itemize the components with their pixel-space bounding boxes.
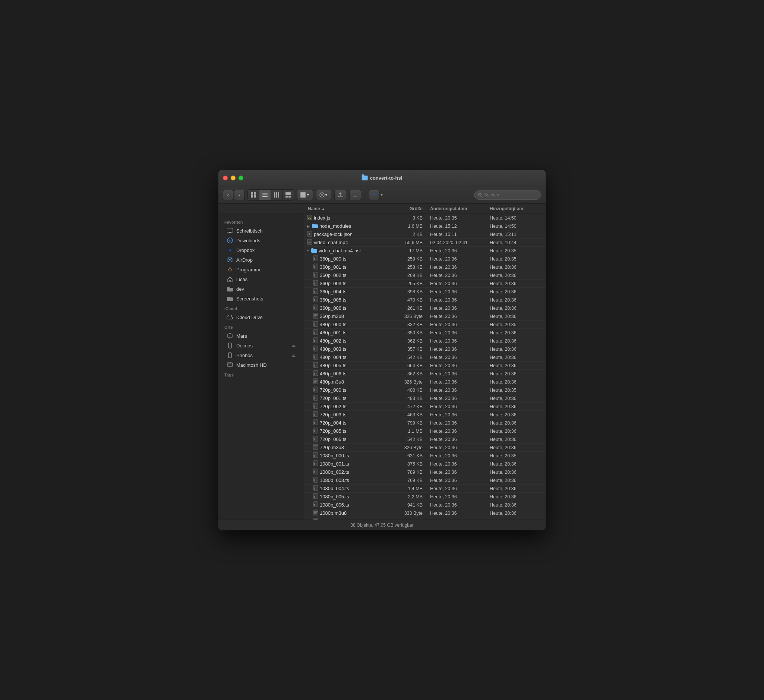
table-row[interactable]: 360p_003.ts 265 KB Heute, 20:36 Heute, 2… — [304, 280, 546, 288]
table-row[interactable]: 1080p_001.ts 875 KB Heute, 20:36 Heute, … — [304, 460, 546, 468]
table-row[interactable]: 1080p_004.ts 1,4 MB Heute, 20:36 Heute, … — [304, 485, 546, 493]
action-button[interactable]: ▼ — [316, 190, 331, 200]
table-row[interactable]: 1080p_000.ts 631 KB Heute, 20:36 Heute, … — [304, 452, 546, 460]
sidebar-item-dev[interactable]: dev — [221, 284, 302, 294]
sidebar-item-schreibtisch[interactable]: Schreibtisch — [221, 226, 302, 236]
view-cover-button[interactable] — [282, 190, 294, 200]
table-row[interactable]: 480p_004.ts 542 KB Heute, 20:36 Heute, 2… — [304, 353, 546, 362]
table-row[interactable]: 480p_003.ts 357 KB Heute, 20:36 Heute, 2… — [304, 345, 546, 353]
table-row[interactable]: 480p_005.ts 664 KB Heute, 20:36 Heute, 2… — [304, 362, 546, 370]
search-box[interactable] — [474, 190, 541, 200]
table-row[interactable]: mp4 video_chat.mp4 50,6 MB 02.04.2020, 0… — [304, 238, 546, 247]
dropbox-button[interactable]: ✦ — [369, 190, 379, 200]
sidebar-item-phobos[interactable]: Phobos ⏏ — [221, 350, 302, 360]
deimos-eject-icon[interactable]: ⏏ — [292, 343, 296, 348]
sidebar-item-dropbox[interactable]: ✦ Dropbox — [221, 245, 302, 255]
file-size: 664 KB — [389, 363, 426, 368]
table-row[interactable]: 720p_000.ts 400 KB Heute, 20:36 Heute, 2… — [304, 386, 546, 395]
view-group-button[interactable]: ▼ — [297, 190, 313, 200]
sidebar-item-macintosh-hd[interactable]: Macintosh HD — [221, 360, 302, 370]
table-row[interactable]: ▾ video_chat.mp4-hsl 17 MB Heute, 20:36 … — [304, 247, 546, 255]
svg-point-30 — [230, 357, 230, 357]
sidebar-item-lucas[interactable]: lucas — [221, 274, 302, 284]
sidebar-item-airdrop[interactable]: AirDrop — [221, 255, 302, 265]
file-name-cell: 360p_005.ts — [304, 296, 389, 304]
table-row[interactable]: ▶ node_modules 1,6 MB Heute, 15:12 Heute… — [304, 222, 546, 230]
share-button[interactable] — [334, 190, 346, 200]
table-row[interactable]: 720p_003.ts 463 KB Heute, 20:36 Heute, 2… — [304, 411, 546, 419]
sidebar-item-screenshots[interactable]: Screenshots — [221, 294, 302, 304]
file-added: Heute, 20:35 — [486, 453, 546, 459]
ts-file-icon — [313, 296, 318, 302]
table-row[interactable]: JS index.js 3 KB Heute, 20:35 Heute, 14:… — [304, 214, 546, 222]
edit-button[interactable] — [349, 190, 361, 200]
phobos-eject-icon[interactable]: ⏏ — [292, 353, 296, 358]
file-type-icon — [313, 321, 318, 328]
sidebar-item-deimos[interactable]: Deimos ⏏ — [221, 341, 302, 350]
sidebar-item-programme[interactable]: Programme — [221, 265, 302, 274]
file-name-cell: 720p.m3u8 — [304, 444, 389, 451]
view-icon-button[interactable] — [248, 190, 259, 200]
sidebar-item-downloads[interactable]: Downloads — [221, 236, 302, 245]
search-input[interactable] — [484, 192, 537, 197]
table-row[interactable]: 720p_005.ts 1,1 MB Heute, 20:36 Heute, 2… — [304, 427, 546, 435]
table-row[interactable]: 480p_000.ts 332 KB Heute, 20:36 Heute, 2… — [304, 321, 546, 329]
expand-triangle[interactable]: ▶ — [307, 224, 310, 228]
table-row[interactable]: 1080p_006.ts 941 KB Heute, 20:36 Heute, … — [304, 501, 546, 509]
programme-label: Programme — [236, 267, 261, 272]
col-header-size[interactable]: Größe — [389, 206, 426, 211]
file-size: 326 Byte — [389, 445, 426, 450]
file-added: Heute, 20:35 — [486, 519, 546, 520]
table-row[interactable]: 360p.m3u8 326 Byte Heute, 20:36 Heute, 2… — [304, 312, 546, 321]
table-row[interactable]: 720p.m3u8 326 Byte Heute, 20:36 Heute, 2… — [304, 443, 546, 452]
table-row[interactable]: 1080p_003.ts 769 KB Heute, 20:36 Heute, … — [304, 476, 546, 485]
m3u8-file-icon — [313, 444, 318, 450]
json-file-icon: {} — [307, 231, 312, 237]
places-section-label: Orte — [218, 322, 304, 331]
table-row[interactable]: 480p_002.ts 362 KB Heute, 20:36 Heute, 2… — [304, 337, 546, 345]
table-row[interactable]: 360p_006.ts 261 KB Heute, 20:36 Heute, 2… — [304, 304, 546, 312]
table-row[interactable]: 360p_004.ts 398 KB Heute, 20:36 Heute, 2… — [304, 288, 546, 296]
file-name: 1080p_005.ts — [320, 494, 349, 500]
file-type-icon — [313, 419, 318, 426]
table-row[interactable]: 1080p_005.ts 2,2 MB Heute, 20:36 Heute, … — [304, 493, 546, 501]
back-button[interactable]: ‹ — [223, 190, 233, 200]
table-row[interactable]: 720p_002.ts 472 KB Heute, 20:36 Heute, 2… — [304, 402, 546, 411]
close-button[interactable] — [223, 175, 228, 180]
col-header-name[interactable]: Name ▲ — [304, 206, 389, 211]
collapse-triangle[interactable]: ▾ — [307, 249, 309, 253]
maximize-button[interactable] — [238, 175, 243, 180]
file-added: Heute, 20:35 — [486, 257, 546, 262]
table-row[interactable]: playlist.m3u8 287 Byte Heute, 20:35 Heut… — [304, 517, 546, 520]
table-row[interactable]: 480p_006.ts 362 KB Heute, 20:36 Heute, 2… — [304, 370, 546, 378]
table-row[interactable]: 720p_006.ts 542 KB Heute, 20:36 Heute, 2… — [304, 435, 546, 443]
table-row[interactable]: 360p_002.ts 269 KB Heute, 20:36 Heute, 2… — [304, 271, 546, 280]
table-row[interactable]: 360p_001.ts 258 KB Heute, 20:36 Heute, 2… — [304, 263, 546, 271]
file-list: JS index.js 3 KB Heute, 20:35 Heute, 14:… — [304, 214, 546, 520]
svg-rect-9 — [278, 192, 279, 197]
table-row[interactable]: {} package-lock.json 2 KB Heute, 15:11 H… — [304, 230, 546, 238]
table-row[interactable]: 360p_005.ts 470 KB Heute, 20:36 Heute, 2… — [304, 296, 546, 304]
table-row[interactable]: 720p_001.ts 483 KB Heute, 20:36 Heute, 2… — [304, 395, 546, 402]
table-row[interactable]: 480p_001.ts 350 KB Heute, 20:36 Heute, 2… — [304, 329, 546, 337]
table-row[interactable]: 720p_004.ts 799 KB Heute, 20:36 Heute, 2… — [304, 419, 546, 427]
table-row[interactable]: 1080p_002.ts 789 KB Heute, 20:36 Heute, … — [304, 468, 546, 476]
svg-rect-21 — [229, 232, 231, 233]
file-modified: Heute, 20:36 — [426, 305, 486, 311]
table-row[interactable]: 360p_000.ts 259 KB Heute, 20:36 Heute, 2… — [304, 255, 546, 263]
traffic-lights — [223, 175, 243, 180]
col-header-modified[interactable]: Änderungsdatum — [426, 206, 486, 211]
forward-button[interactable]: › — [234, 190, 244, 200]
view-list-button[interactable] — [259, 190, 271, 200]
table-row[interactable]: 480p.m3u8 326 Byte Heute, 20:36 Heute, 2… — [304, 378, 546, 386]
file-added: Heute, 20:36 — [486, 379, 546, 385]
svg-text:{}: {} — [307, 233, 310, 235]
icloud-section-label: iCloud — [218, 304, 304, 312]
col-header-added[interactable]: Hinzugefügt am — [486, 206, 546, 211]
table-row[interactable]: 1080p.m3u8 333 Byte Heute, 20:36 Heute, … — [304, 509, 546, 517]
sidebar-item-icloud-drive[interactable]: iCloud Drive — [221, 312, 302, 322]
minimize-button[interactable] — [231, 175, 236, 180]
sidebar-item-mars[interactable]: Mars — [221, 331, 302, 341]
view-column-button[interactable] — [271, 190, 282, 200]
file-added: Heute, 20:36 — [486, 494, 546, 500]
